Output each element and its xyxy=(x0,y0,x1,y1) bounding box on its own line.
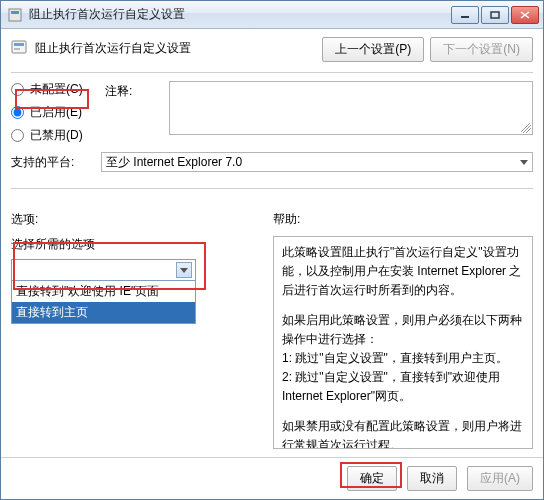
resize-handle-icon[interactable] xyxy=(521,123,531,133)
combo-dropdown-button[interactable] xyxy=(176,262,192,278)
ok-button[interactable]: 确定 xyxy=(347,466,397,491)
options-prompt: 选择所需的选项 xyxy=(11,236,267,253)
help-paragraph: 此策略设置阻止执行"首次运行自定义"设置功能，以及控制用户在安装 Interne… xyxy=(282,243,524,301)
help-section-label: 帮助: xyxy=(273,211,533,228)
app-icon xyxy=(7,7,23,23)
svg-rect-1 xyxy=(11,11,19,14)
radio-not-configured[interactable]: 未配置(C) xyxy=(11,81,101,98)
setting-icon xyxy=(11,39,27,55)
platform-select[interactable]: 至少 Internet Explorer 7.0 xyxy=(101,152,533,172)
page-title: 阻止执行首次运行自定义设置 xyxy=(35,37,314,57)
help-paragraph: 1: 跳过"自定义设置"，直接转到用户主页。 xyxy=(282,349,524,368)
minimize-button[interactable] xyxy=(451,6,479,24)
svg-rect-0 xyxy=(9,9,21,21)
platform-label: 支持的平台: xyxy=(11,154,101,171)
options-combo[interactable] xyxy=(11,259,196,281)
platform-value: 至少 Internet Explorer 7.0 xyxy=(106,154,242,171)
close-button[interactable] xyxy=(511,6,539,24)
cancel-button[interactable]: 取消 xyxy=(407,466,457,491)
radio-label-disabled: 已禁用(D) xyxy=(30,127,83,144)
radio-label-not-configured: 未配置(C) xyxy=(30,81,83,98)
svg-rect-8 xyxy=(14,48,20,50)
help-paragraph: 如果启用此策略设置，则用户必须在以下两种操作中进行选择： xyxy=(282,311,524,349)
radio-input-disabled[interactable] xyxy=(11,129,24,142)
options-section-label: 选项: xyxy=(11,211,273,228)
divider xyxy=(11,72,533,73)
svg-rect-3 xyxy=(491,12,499,18)
help-pane: 此策略设置阻止执行"首次运行自定义"设置功能，以及控制用户在安装 Interne… xyxy=(273,236,533,449)
maximize-button[interactable] xyxy=(481,6,509,24)
comment-label: 注释: xyxy=(105,81,165,100)
radio-input-not-configured[interactable] xyxy=(11,83,24,96)
chevron-down-icon xyxy=(520,160,528,165)
help-paragraph: 如果禁用或没有配置此策略设置，则用户将进行常规首次运行过程。 xyxy=(282,417,524,450)
divider xyxy=(11,188,533,189)
dropdown-item-homepage[interactable]: 直接转到主页 xyxy=(12,302,195,323)
radio-label-enabled: 已启用(E) xyxy=(30,104,82,121)
window-title: 阻止执行首次运行自定义设置 xyxy=(29,6,451,23)
apply-button: 应用(A) xyxy=(467,466,533,491)
radio-enabled[interactable]: 已启用(E) xyxy=(11,104,101,121)
next-setting-button: 下一个设置(N) xyxy=(430,37,533,62)
radio-input-enabled[interactable] xyxy=(11,106,24,119)
prev-setting-button[interactable]: 上一个设置(P) xyxy=(322,37,424,62)
radio-disabled[interactable]: 已禁用(D) xyxy=(11,127,101,144)
chevron-down-icon xyxy=(180,268,188,273)
svg-rect-7 xyxy=(14,43,24,46)
comment-textarea[interactable] xyxy=(169,81,533,135)
svg-rect-6 xyxy=(12,41,26,53)
options-dropdown-list: 直接转到"欢迎使用 IE"页面 直接转到主页 xyxy=(11,281,196,324)
dialog-footer: 确定 取消 应用(A) xyxy=(1,457,543,499)
titlebar: 阻止执行首次运行自定义设置 xyxy=(1,1,543,29)
help-paragraph: 2: 跳过"自定义设置"，直接转到"欢迎使用 Internet Explorer… xyxy=(282,368,524,406)
dropdown-item-welcome[interactable]: 直接转到"欢迎使用 IE"页面 xyxy=(12,281,195,302)
